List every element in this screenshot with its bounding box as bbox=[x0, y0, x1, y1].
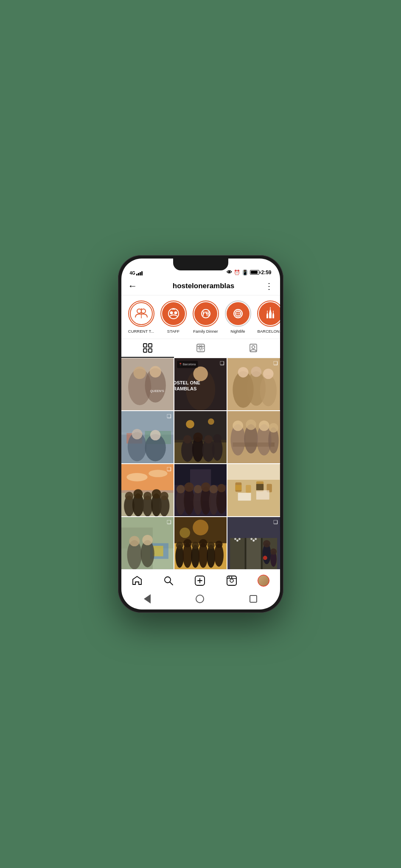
story-circle-current bbox=[128, 300, 154, 327]
svg-point-96 bbox=[133, 489, 143, 498]
status-right: 👁 ⏰ 📳 2:59 bbox=[227, 269, 271, 275]
svg-point-175 bbox=[228, 577, 230, 578]
time-display: 2:59 bbox=[261, 270, 271, 275]
nav-search-button[interactable] bbox=[159, 573, 178, 588]
cell11-photo bbox=[174, 517, 227, 569]
phone-screen: 4G 👁 ⏰ 📳 2:59 ← hosteloner bbox=[121, 259, 280, 609]
profile-username: hosteloneramblas bbox=[143, 282, 265, 290]
story-label-nightlife: Nightlife bbox=[230, 329, 245, 334]
reels-tab-icon bbox=[196, 343, 205, 353]
bar4 bbox=[141, 271, 143, 275]
tab-grid[interactable] bbox=[121, 339, 174, 358]
bottom-navigation bbox=[121, 569, 280, 590]
svg-point-137 bbox=[179, 528, 190, 538]
grid-cell-4-inner: ❏ bbox=[121, 411, 174, 463]
home-icon bbox=[132, 575, 143, 586]
bar2 bbox=[138, 273, 139, 275]
signal-bars bbox=[136, 271, 143, 275]
svg-line-168 bbox=[170, 582, 173, 585]
svg-point-146 bbox=[192, 542, 199, 549]
grid-cell-7[interactable]: ❏ bbox=[121, 464, 174, 516]
grid-cell-4[interactable]: ❏ bbox=[121, 411, 174, 463]
more-options-button[interactable]: ⋮ bbox=[265, 281, 273, 291]
nav-home-button[interactable] bbox=[127, 573, 147, 588]
grid-cell-8[interactable] bbox=[174, 464, 227, 516]
story-label-family-dinner: Family Dinner bbox=[193, 329, 218, 334]
back-button[interactable]: ← bbox=[128, 281, 137, 292]
svg-point-5 bbox=[174, 312, 177, 314]
story-circle-staff bbox=[160, 300, 187, 327]
grid-cell-6[interactable] bbox=[227, 411, 280, 463]
profile-avatar bbox=[258, 575, 269, 587]
svg-point-64 bbox=[186, 420, 194, 428]
grid-cell-12-inner: ❏ bbox=[227, 517, 280, 569]
svg-point-36 bbox=[149, 366, 161, 377]
grid-cell-11[interactable] bbox=[174, 517, 227, 569]
svg-point-145 bbox=[183, 539, 192, 548]
cell8-photo bbox=[174, 464, 227, 516]
vibrate-icon: 📳 bbox=[242, 270, 248, 275]
svg-marker-18 bbox=[272, 312, 274, 315]
grid-cell-9-inner bbox=[227, 464, 280, 516]
svg-rect-24 bbox=[143, 349, 147, 352]
grid-cell-2[interactable]: 📍 Barcelona HOSTEL ONE RAMBLAS ❏ bbox=[174, 358, 227, 410]
tab-tagged[interactable] bbox=[227, 339, 280, 358]
story-item-nightlife[interactable]: Nightlife bbox=[225, 300, 251, 334]
svg-rect-121 bbox=[238, 493, 251, 501]
story-icon-current bbox=[130, 302, 153, 325]
svg-point-49 bbox=[238, 367, 249, 378]
grid-cell-12[interactable]: ❏ bbox=[227, 517, 280, 569]
grid-cell-9[interactable] bbox=[227, 464, 280, 516]
svg-rect-15 bbox=[266, 315, 268, 318]
phone-notch bbox=[173, 259, 228, 270]
nav-reels-button[interactable] bbox=[222, 573, 241, 588]
svg-rect-154 bbox=[245, 538, 247, 569]
android-recent-button[interactable] bbox=[245, 593, 261, 604]
svg-point-72 bbox=[204, 435, 213, 444]
nav-create-button[interactable] bbox=[190, 573, 210, 588]
recent-square-icon bbox=[250, 595, 257, 603]
grid-cell-5[interactable] bbox=[174, 411, 227, 463]
svg-text:📍 Barcelona: 📍 Barcelona bbox=[179, 362, 196, 366]
grid-cell-6-inner bbox=[227, 411, 280, 463]
grid-cell-8-inner bbox=[174, 464, 227, 516]
story-item-staff[interactable]: STAFF bbox=[160, 300, 187, 334]
people-icon bbox=[133, 306, 149, 322]
svg-point-133 bbox=[142, 535, 153, 545]
stories-row: CURRENT T... STAFF bbox=[121, 295, 280, 339]
photo-grid: QUEEN'S 📍 Barcelona HOSTEL ONE RAMBLAS bbox=[121, 358, 280, 569]
story-circle-barcelona bbox=[257, 300, 280, 327]
story-icon-family-dinner bbox=[194, 302, 217, 325]
cell3-multi-icon: ❏ bbox=[273, 360, 278, 366]
signal-text: 4G bbox=[130, 271, 135, 275]
story-circle-family-dinner bbox=[193, 300, 219, 327]
svg-point-40 bbox=[193, 367, 208, 381]
story-item-family-dinner[interactable]: Family Dinner bbox=[193, 300, 219, 334]
story-icon-staff bbox=[162, 302, 185, 325]
cell4-multi-icon: ❏ bbox=[167, 413, 171, 419]
grid-cell-3[interactable]: ❏ bbox=[227, 358, 280, 410]
story-label-staff: STAFF bbox=[167, 329, 179, 334]
nav-profile-button[interactable] bbox=[253, 573, 274, 588]
svg-point-48 bbox=[260, 375, 277, 406]
story-icon-nightlife bbox=[227, 302, 250, 325]
svg-point-147 bbox=[199, 539, 208, 548]
svg-point-27 bbox=[199, 347, 202, 349]
chat-group-icon bbox=[165, 306, 182, 322]
grid-cell-5-inner bbox=[174, 411, 227, 463]
android-home-button[interactable] bbox=[191, 593, 208, 605]
svg-point-99 bbox=[160, 492, 168, 500]
svg-rect-23 bbox=[149, 344, 152, 347]
svg-point-95 bbox=[125, 492, 133, 500]
tagged-tab-icon bbox=[249, 343, 258, 353]
story-label-current: CURRENT T... bbox=[128, 329, 154, 334]
story-item-current[interactable]: CURRENT T... bbox=[128, 300, 154, 334]
story-item-barcelona[interactable]: BARCELON... bbox=[257, 300, 280, 334]
svg-point-111 bbox=[193, 485, 202, 493]
grid-cell-10[interactable]: ❏ bbox=[121, 517, 174, 569]
svg-point-160 bbox=[250, 538, 252, 540]
svg-marker-16 bbox=[266, 312, 268, 315]
android-back-button[interactable] bbox=[140, 593, 155, 605]
grid-cell-1[interactable]: QUEEN'S bbox=[121, 358, 174, 410]
tab-reels[interactable] bbox=[174, 339, 227, 358]
